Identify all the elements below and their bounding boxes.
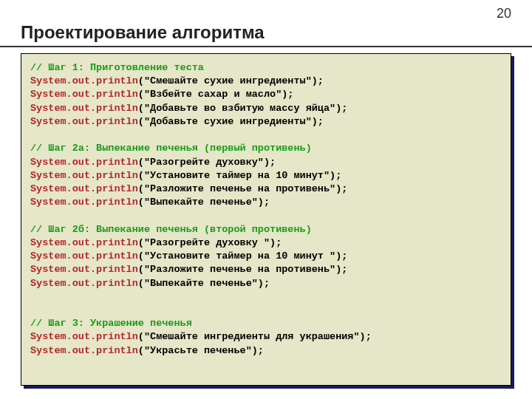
code-text: ("Смешайте сухие ингредиенты"); [138,75,324,86]
code-token: System.out.println [30,157,138,168]
code-text: ("Разложите печенье на противень"); [138,264,348,275]
code-token: System.out.println [30,89,138,100]
code-comment: // Шаг 3: Украшение печенья [30,318,192,329]
page-title: Проектирование алгоритма [21,22,265,43]
code-token: System.out.println [30,183,138,194]
code-text: ("Выпекайте печенье"); [138,278,270,289]
code-text: ("Выпекайте печенье"); [138,197,270,208]
code-text: ("Разогрейте духовку "); [138,237,282,248]
title-underline [0,46,532,47]
code-text: ("Установите таймер на 10 минут "); [138,250,348,262]
page-number: 20 [497,6,511,21]
code-comment: // Шаг 2б: Выпекание печенья (второй про… [30,224,312,235]
code-token: System.out.println [30,264,138,275]
code-text: ("Разогрейте духовку"); [138,157,276,168]
code-text: ("Добавьте сухие ингредиенты"); [138,116,324,127]
code-token: System.out.println [30,170,138,181]
code-token: System.out.println [30,116,138,127]
code-token: System.out.println [30,197,138,208]
code-text: ("Украсьте печенье"); [138,345,264,356]
code-token: System.out.println [30,75,138,86]
code-token: System.out.println [30,345,138,356]
code-token: System.out.println [30,250,138,262]
code-token: System.out.println [30,331,138,342]
code-token: System.out.println [30,278,138,289]
code-comment: // Шаг 1: Приготовление теста [30,62,204,73]
code-text: ("Добавьте во взбитую массу яйца"); [138,103,348,114]
code-text: ("Установите таймер на 10 минут"); [138,170,341,181]
code-text: ("Разложите печенье на противень"); [138,183,348,194]
code-text: ("Смешайте ингредиенты для украшения"); [138,331,372,342]
code-block: // Шаг 1: Приготовление теста System.out… [21,53,511,386]
code-token: System.out.println [30,237,138,248]
code-token: System.out.println [30,103,138,114]
code-text: ("Взбейте сахар и масло"); [138,89,294,100]
code-comment: // Шаг 2а: Выпекание печенья (первый про… [30,143,312,154]
